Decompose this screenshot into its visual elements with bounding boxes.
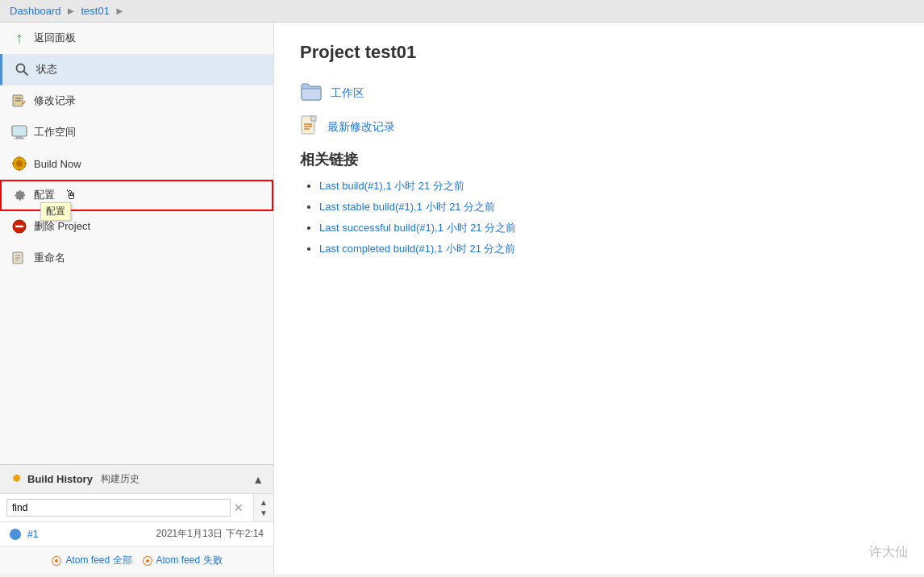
changes-doc-icon	[300, 115, 319, 139]
build-history-section: Build History 构建历史 ▲ ✕ ▲ ▼ #1 2021年1月13日…	[0, 464, 273, 574]
sidebar-item-config-label: 配置	[34, 188, 55, 202]
pencil-icon	[11, 93, 27, 109]
build-number-link[interactable]: #1	[27, 529, 38, 540]
sidebar-item-status[interactable]: 状态	[0, 54, 273, 85]
build-search-row: ✕	[0, 494, 253, 521]
changes-link[interactable]: 最新修改记录	[327, 120, 395, 135]
link-last-completed[interactable]: Last completed build(#1),1 小时 21 分之前	[319, 243, 516, 255]
build-history-header: Build History 构建历史 ▲	[0, 465, 273, 494]
gear-icon	[11, 187, 27, 203]
sidebar: ↑ 返回面板 状态 修改记	[0, 23, 274, 574]
build-date: 2021年1月13日 下午2:14	[156, 527, 264, 541]
svg-point-10	[16, 160, 23, 167]
atom-feed-fail-label: Atom feed 失败	[156, 554, 223, 567]
sidebar-item-delete-label: 删除 Project	[34, 219, 90, 234]
svg-rect-6	[12, 126, 27, 136]
link-last-stable[interactable]: Last stable build(#1),1 小时 21 分之前	[319, 201, 495, 213]
monitor-icon	[11, 124, 27, 140]
sidebar-item-back-label: 返回面板	[34, 31, 76, 45]
sidebar-item-build-now[interactable]: Build Now	[0, 148, 273, 180]
svg-rect-23	[311, 116, 316, 121]
related-links-section: 相关链接 Last build(#1),1 小时 21 分之前 Last sta…	[300, 150, 898, 256]
build-history-collapse[interactable]: ▲	[252, 473, 264, 486]
sidebar-item-config[interactable]: 配置 🖱 配置	[0, 180, 273, 211]
sidebar-item-rename[interactable]: 重命名	[0, 243, 273, 274]
breadcrumb-sep2: ►	[114, 5, 125, 17]
delete-icon	[11, 218, 27, 235]
sidebar-item-rename-label: 重命名	[34, 251, 65, 265]
rename-icon	[11, 250, 27, 266]
sidebar-item-changes[interactable]: 修改记录	[0, 85, 273, 117]
list-item: Last stable build(#1),1 小时 21 分之前	[319, 200, 898, 214]
breadcrumb-sep1: ►	[66, 5, 77, 17]
sidebar-item-workspace-label: 工作空间	[34, 125, 76, 139]
atom-feed-all-label: Atom feed 全部	[65, 554, 131, 567]
cursor-hand-indicator: 🖱	[65, 188, 77, 202]
breadcrumb-project[interactable]: test01	[81, 5, 109, 17]
nav-arrow-down[interactable]: ▼	[259, 509, 268, 518]
atom-feed-all-link[interactable]: ⦿ Atom feed 全部	[51, 554, 131, 567]
main-layout: ↑ 返回面板 状态 修改记	[0, 23, 924, 574]
search-icon	[14, 61, 30, 77]
list-item: Last build(#1),1 小时 21 分之前	[319, 179, 898, 193]
atom-fail-icon: ⦿	[142, 554, 153, 567]
related-links-list: Last build(#1),1 小时 21 分之前 Last stable b…	[300, 179, 898, 256]
build-history-gear	[10, 471, 23, 487]
atom-feed-fail-link[interactable]: ⦿ Atom feed 失败	[142, 554, 223, 567]
changes-row: 最新修改记录	[300, 115, 898, 139]
related-links-heading: 相关链接	[300, 150, 898, 169]
build-row: #1 2021年1月13日 下午2:14	[0, 522, 273, 546]
breadcrumb-dashboard[interactable]: Dashboard	[10, 5, 61, 17]
content-area: Project test01 工作区	[274, 23, 924, 574]
build-search-input[interactable]	[6, 499, 231, 517]
config-tooltip: 配置	[40, 202, 71, 221]
atom-feed-row: ⦿ Atom feed 全部 ⦿ Atom feed 失败	[0, 546, 273, 574]
link-last-build[interactable]: Last build(#1),1 小时 21 分之前	[319, 180, 464, 192]
sidebar-item-back[interactable]: ↑ 返回面板	[0, 23, 273, 54]
svg-line-1	[24, 72, 28, 76]
list-item: Last successful build(#1),1 小时 21 分之前	[319, 221, 898, 235]
buildnow-icon	[11, 156, 27, 172]
build-status-icon	[10, 529, 21, 540]
page-title: Project test01	[300, 42, 898, 63]
list-item: Last completed build(#1),1 小时 21 分之前	[319, 242, 898, 256]
build-history-subtitle: 构建历史	[101, 472, 139, 486]
nav-arrow-up[interactable]: ▲	[259, 498, 268, 508]
workspace-link[interactable]: 工作区	[331, 86, 364, 101]
build-history-title: Build History	[27, 473, 93, 485]
workspace-folder-icon	[300, 82, 323, 104]
sidebar-item-workspace[interactable]: 工作空间	[0, 117, 273, 148]
sidebar-item-changes-label: 修改记录	[34, 93, 76, 108]
sidebar-item-status-label: 状态	[36, 62, 57, 77]
svg-rect-7	[16, 136, 23, 138]
svg-rect-8	[15, 138, 24, 139]
breadcrumb-bar: Dashboard ► test01 ►	[0, 0, 924, 23]
atom-all-icon: ⦿	[51, 554, 62, 567]
workspace-row: 工作区	[300, 82, 898, 104]
arrow-up-icon: ↑	[11, 30, 27, 46]
search-clear-button[interactable]: ✕	[231, 501, 247, 514]
sidebar-item-build-now-label: Build Now	[34, 158, 81, 170]
link-last-successful[interactable]: Last successful build(#1),1 小时 21 分之前	[319, 222, 516, 234]
